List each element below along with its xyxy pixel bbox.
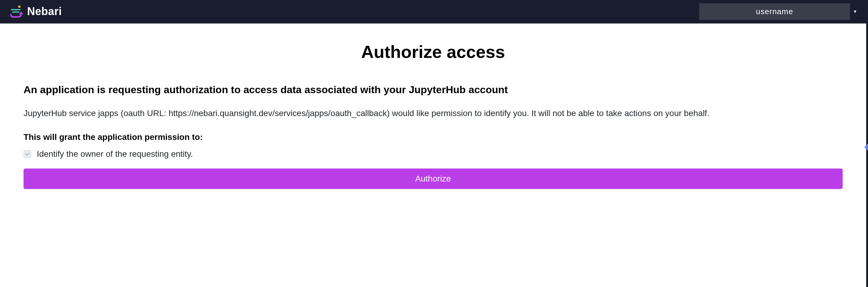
right-edge-indicator-icon bbox=[864, 144, 868, 151]
authorize-button[interactable]: Authorize bbox=[24, 168, 843, 189]
brand-name: Nebari bbox=[27, 5, 62, 18]
authorization-subtitle: An application is requesting authorizati… bbox=[24, 83, 843, 96]
permission-label: Identify the owner of the requesting ent… bbox=[37, 149, 193, 159]
authorization-description: JupyterHub service japps (oauth URL: htt… bbox=[24, 107, 843, 120]
nebari-logo-icon bbox=[9, 4, 24, 19]
permission-checkbox bbox=[24, 150, 31, 158]
page-title: Authorize access bbox=[24, 42, 843, 62]
svg-point-0 bbox=[18, 5, 21, 8]
main-content: Authorize access An application is reque… bbox=[0, 24, 866, 201]
user-menu[interactable]: username ▼ bbox=[699, 3, 857, 20]
permissions-heading: This will grant the application permissi… bbox=[24, 132, 843, 142]
permission-item: Identify the owner of the requesting ent… bbox=[24, 149, 843, 159]
checkmark-icon bbox=[25, 151, 30, 157]
chevron-down-icon[interactable]: ▼ bbox=[853, 9, 857, 14]
brand[interactable]: Nebari bbox=[9, 4, 62, 19]
navbar: Nebari username ▼ bbox=[0, 0, 866, 24]
username-button[interactable]: username bbox=[699, 3, 850, 20]
